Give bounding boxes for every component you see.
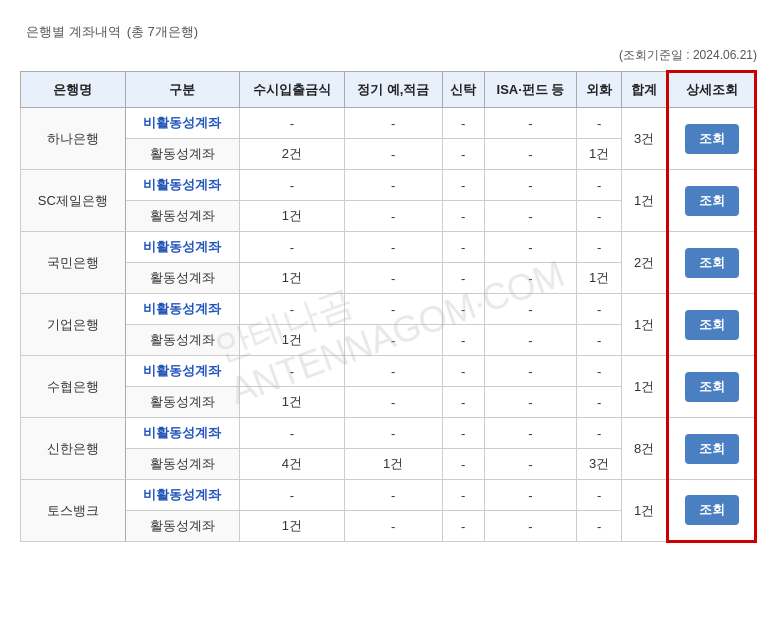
- cell-active-2: -: [442, 263, 484, 294]
- col-header-7: 합계: [622, 72, 668, 108]
- category-active: 활동성계좌: [125, 387, 239, 418]
- cell-inactive-4: -: [577, 418, 622, 449]
- cell-active-3: -: [484, 139, 577, 170]
- detail-cell[interactable]: 조회: [668, 480, 756, 542]
- cell-inactive-4: -: [577, 480, 622, 511]
- detail-cell[interactable]: 조회: [668, 232, 756, 294]
- bank-name: 수협은행: [21, 356, 126, 418]
- cell-inactive-1: -: [344, 108, 442, 139]
- col-header-6: 외화: [577, 72, 622, 108]
- table-row: 수협은행비활동성계좌-----1건조회: [21, 356, 756, 387]
- detail-button[interactable]: 조회: [685, 310, 739, 340]
- cell-inactive-0: -: [240, 480, 345, 511]
- cell-active-4: -: [577, 201, 622, 232]
- detail-cell[interactable]: 조회: [668, 108, 756, 170]
- cell-inactive-4: -: [577, 232, 622, 263]
- detail-button[interactable]: 조회: [685, 495, 739, 525]
- cell-inactive-0: -: [240, 356, 345, 387]
- detail-button[interactable]: 조회: [685, 124, 739, 154]
- cell-inactive-3: -: [484, 480, 577, 511]
- cell-inactive-3: -: [484, 232, 577, 263]
- detail-cell[interactable]: 조회: [668, 294, 756, 356]
- detail-cell[interactable]: 조회: [668, 170, 756, 232]
- cell-inactive-3: -: [484, 294, 577, 325]
- cell-active-0: 1건: [240, 511, 345, 542]
- col-header-1: 구분: [125, 72, 239, 108]
- cell-active-4: -: [577, 511, 622, 542]
- cell-active-4: -: [577, 387, 622, 418]
- cell-inactive-3: -: [484, 418, 577, 449]
- cell-inactive-4: -: [577, 356, 622, 387]
- detail-cell[interactable]: 조회: [668, 356, 756, 418]
- page-title: 은행별 계좌내역(총 7개은행): [20, 20, 757, 41]
- total-count: 3건: [622, 108, 668, 170]
- cell-inactive-3: -: [484, 356, 577, 387]
- cell-inactive-1: -: [344, 232, 442, 263]
- cell-inactive-2: -: [442, 418, 484, 449]
- accounts-table: 은행명구분수시입출금식정기 예,적금신탁ISA·펀드 등외화합계상세조회 하나은…: [20, 70, 757, 543]
- detail-button[interactable]: 조회: [685, 434, 739, 464]
- cell-active-3: -: [484, 387, 577, 418]
- cell-active-4: 3건: [577, 449, 622, 480]
- category-inactive: 비활동성계좌: [125, 294, 239, 325]
- table-row: SC제일은행비활동성계좌-----1건조회: [21, 170, 756, 201]
- bank-name: 기업은행: [21, 294, 126, 356]
- cell-active-2: -: [442, 139, 484, 170]
- cell-active-2: -: [442, 325, 484, 356]
- cell-inactive-0: -: [240, 170, 345, 201]
- cell-active-0: 1건: [240, 325, 345, 356]
- category-inactive: 비활동성계좌: [125, 356, 239, 387]
- category-active: 활동성계좌: [125, 449, 239, 480]
- cell-active-1: -: [344, 139, 442, 170]
- cell-active-0: 1건: [240, 263, 345, 294]
- table-row: 국민은행비활동성계좌-----2건조회: [21, 232, 756, 263]
- cell-inactive-0: -: [240, 418, 345, 449]
- detail-button[interactable]: 조회: [685, 248, 739, 278]
- category-inactive: 비활동성계좌: [125, 232, 239, 263]
- detail-button[interactable]: 조회: [685, 186, 739, 216]
- category-inactive: 비활동성계좌: [125, 108, 239, 139]
- cell-active-0: 1건: [240, 201, 345, 232]
- cell-inactive-1: -: [344, 294, 442, 325]
- col-header-2: 수시입출금식: [240, 72, 345, 108]
- cell-inactive-4: -: [577, 170, 622, 201]
- date-info: (조회기준일 : 2024.06.21): [20, 47, 757, 64]
- category-inactive: 비활동성계좌: [125, 480, 239, 511]
- bank-name: 신한은행: [21, 418, 126, 480]
- cell-active-1: -: [344, 325, 442, 356]
- col-header-3: 정기 예,적금: [344, 72, 442, 108]
- cell-active-0: 2건: [240, 139, 345, 170]
- category-active: 활동성계좌: [125, 511, 239, 542]
- cell-active-4: 1건: [577, 263, 622, 294]
- detail-cell[interactable]: 조회: [668, 418, 756, 480]
- bank-name: 토스뱅크: [21, 480, 126, 542]
- cell-active-3: -: [484, 511, 577, 542]
- cell-active-4: -: [577, 325, 622, 356]
- cell-inactive-1: -: [344, 480, 442, 511]
- category-active: 활동성계좌: [125, 139, 239, 170]
- cell-inactive-2: -: [442, 170, 484, 201]
- cell-inactive-2: -: [442, 108, 484, 139]
- cell-active-4: 1건: [577, 139, 622, 170]
- col-header-8: 상세조회: [668, 72, 756, 108]
- cell-active-0: 4건: [240, 449, 345, 480]
- detail-button[interactable]: 조회: [685, 372, 739, 402]
- col-header-5: ISA·펀드 등: [484, 72, 577, 108]
- cell-inactive-0: -: [240, 294, 345, 325]
- cell-inactive-3: -: [484, 170, 577, 201]
- total-count: 8건: [622, 418, 668, 480]
- bank-name: SC제일은행: [21, 170, 126, 232]
- bank-name: 국민은행: [21, 232, 126, 294]
- cell-inactive-1: -: [344, 170, 442, 201]
- cell-active-1: -: [344, 511, 442, 542]
- table-row: 기업은행비활동성계좌-----1건조회: [21, 294, 756, 325]
- cell-active-2: -: [442, 387, 484, 418]
- cell-active-3: -: [484, 449, 577, 480]
- category-active: 활동성계좌: [125, 263, 239, 294]
- col-header-4: 신탁: [442, 72, 484, 108]
- category-active: 활동성계좌: [125, 325, 239, 356]
- table-row: 토스뱅크비활동성계좌-----1건조회: [21, 480, 756, 511]
- cell-inactive-2: -: [442, 232, 484, 263]
- cell-active-1: 1건: [344, 449, 442, 480]
- table-row: 하나은행비활동성계좌-----3건조회: [21, 108, 756, 139]
